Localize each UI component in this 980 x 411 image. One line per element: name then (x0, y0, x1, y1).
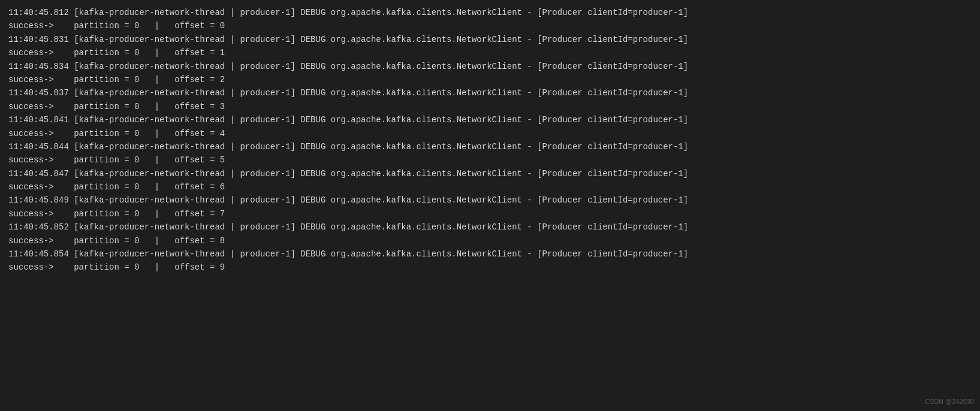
log-line: 11:40:45.844 [kafka-producer-network-thr… (8, 140, 972, 153)
log-pair: 11:40:45.854 [kafka-producer-network-thr… (8, 247, 972, 274)
log-line: 11:40:45.841 [kafka-producer-network-thr… (8, 113, 972, 126)
log-pair: 11:40:45.831 [kafka-producer-network-thr… (8, 33, 972, 60)
log-pair: 11:40:45.852 [kafka-producer-network-thr… (8, 220, 972, 247)
log-pair: 11:40:45.837 [kafka-producer-network-thr… (8, 86, 972, 113)
success-line: success-> partition = 0 | offset = 2 (8, 73, 972, 86)
watermark: CSDN @242030 (925, 397, 974, 407)
log-line: 11:40:45.831 [kafka-producer-network-thr… (8, 33, 972, 46)
log-pair: 11:40:45.847 [kafka-producer-network-thr… (8, 167, 972, 194)
log-line: 11:40:45.854 [kafka-producer-network-thr… (8, 247, 972, 261)
success-line: success-> partition = 0 | offset = 0 (8, 19, 972, 32)
log-line: 11:40:45.812 [kafka-producer-network-thr… (8, 6, 972, 19)
log-line: 11:40:45.834 [kafka-producer-network-thr… (8, 60, 972, 73)
log-pair: 11:40:45.841 [kafka-producer-network-thr… (8, 113, 972, 140)
success-line: success-> partition = 0 | offset = 3 (8, 100, 972, 113)
success-line: success-> partition = 0 | offset = 1 (8, 46, 972, 59)
log-pair: 11:40:45.844 [kafka-producer-network-thr… (8, 140, 972, 167)
log-line: 11:40:45.847 [kafka-producer-network-thr… (8, 167, 972, 180)
log-line: 11:40:45.849 [kafka-producer-network-thr… (8, 194, 972, 207)
success-line: success-> partition = 0 | offset = 6 (8, 180, 972, 194)
success-line: success-> partition = 0 | offset = 4 (8, 127, 972, 140)
success-line: success-> partition = 0 | offset = 9 (8, 261, 972, 274)
log-pair: 11:40:45.834 [kafka-producer-network-thr… (8, 60, 972, 87)
success-line: success-> partition = 0 | offset = 7 (8, 207, 972, 220)
log-container: 11:40:45.812 [kafka-producer-network-thr… (8, 6, 972, 274)
log-line: 11:40:45.837 [kafka-producer-network-thr… (8, 86, 972, 99)
log-pair: 11:40:45.849 [kafka-producer-network-thr… (8, 194, 972, 220)
success-line: success-> partition = 0 | offset = 8 (8, 234, 972, 247)
success-line: success-> partition = 0 | offset = 5 (8, 153, 972, 167)
log-line: 11:40:45.852 [kafka-producer-network-thr… (8, 220, 972, 234)
log-pair: 11:40:45.812 [kafka-producer-network-thr… (8, 6, 972, 33)
